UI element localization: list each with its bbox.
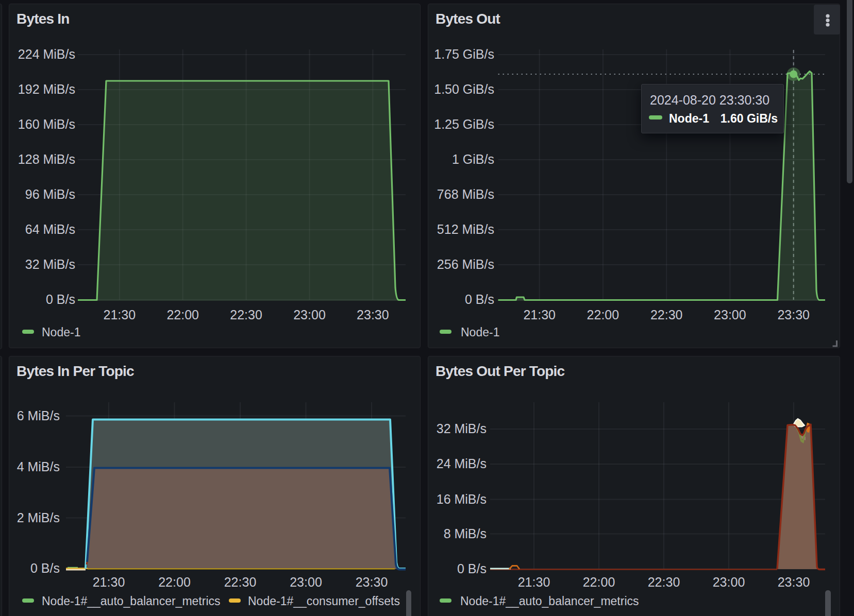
svg-text:23:00: 23:00 <box>293 307 326 322</box>
svg-text:96 MiB/s: 96 MiB/s <box>25 187 75 201</box>
svg-text:23:30: 23:30 <box>356 575 388 589</box>
svg-text:Node-1#__auto_balancer_metrics: Node-1#__auto_balancer_metrics <box>42 594 221 608</box>
svg-text:24 MiB/s: 24 MiB/s <box>437 456 487 471</box>
svg-text:128 MiB/s: 128 MiB/s <box>18 152 75 166</box>
svg-text:64 MiB/s: 64 MiB/s <box>25 222 75 236</box>
svg-text:21:30: 21:30 <box>523 307 556 322</box>
svg-text:22:30: 22:30 <box>650 307 683 322</box>
svg-text:512 MiB/s: 512 MiB/s <box>437 222 494 236</box>
svg-text:23:30: 23:30 <box>778 575 810 589</box>
svg-text:8 MiB/s: 8 MiB/s <box>444 526 487 541</box>
svg-text:21:30: 21:30 <box>104 307 136 322</box>
svg-text:22:30: 22:30 <box>230 307 262 322</box>
svg-text:1.50 GiB/s: 1.50 GiB/s <box>434 82 494 96</box>
svg-text:0 B/s: 0 B/s <box>457 561 487 576</box>
svg-text:192 MiB/s: 192 MiB/s <box>18 82 75 96</box>
svg-text:21:30: 21:30 <box>93 575 125 589</box>
svg-text:0 B/s: 0 B/s <box>465 292 494 306</box>
svg-text:0 B/s: 0 B/s <box>30 561 60 575</box>
svg-text:1.75 GiB/s: 1.75 GiB/s <box>434 47 494 61</box>
svg-text:1.25 GiB/s: 1.25 GiB/s <box>434 117 494 131</box>
svg-text:21:30: 21:30 <box>518 575 550 589</box>
svg-text:2 MiB/s: 2 MiB/s <box>17 510 60 525</box>
svg-text:23:00: 23:00 <box>713 575 745 589</box>
svg-text:160 MiB/s: 160 MiB/s <box>18 117 75 131</box>
svg-text:23:30: 23:30 <box>777 307 810 322</box>
svg-text:Node-1: Node-1 <box>42 326 80 339</box>
svg-text:22:00: 22:00 <box>587 307 619 322</box>
svg-text:16 MiB/s: 16 MiB/s <box>437 492 487 506</box>
svg-text:23:30: 23:30 <box>357 307 389 322</box>
svg-text:224 MiB/s: 224 MiB/s <box>18 47 75 61</box>
svg-text:22:00: 22:00 <box>583 575 615 589</box>
svg-text:22:00: 22:00 <box>158 575 191 589</box>
svg-text:Node-1#__consumer_offsets: Node-1#__consumer_offsets <box>248 594 400 608</box>
svg-text:4 MiB/s: 4 MiB/s <box>17 459 60 474</box>
svg-text:22:30: 22:30 <box>648 575 680 589</box>
svg-text:23:00: 23:00 <box>290 575 322 589</box>
svg-text:Node-1#__auto_balancer_metrics: Node-1#__auto_balancer_metrics <box>460 594 639 608</box>
svg-text:6 MiB/s: 6 MiB/s <box>17 408 60 423</box>
svg-text:768 MiB/s: 768 MiB/s <box>437 187 494 201</box>
svg-text:0 B/s: 0 B/s <box>46 292 75 306</box>
svg-text:22:30: 22:30 <box>224 575 257 589</box>
svg-text:22:00: 22:00 <box>166 307 199 322</box>
svg-text:23:00: 23:00 <box>714 307 746 322</box>
svg-text:256 MiB/s: 256 MiB/s <box>437 257 494 271</box>
svg-text:32 MiB/s: 32 MiB/s <box>437 421 487 436</box>
svg-text:1 GiB/s: 1 GiB/s <box>452 152 494 166</box>
svg-text:Node-1: Node-1 <box>461 326 499 339</box>
svg-text:32 MiB/s: 32 MiB/s <box>25 257 75 271</box>
